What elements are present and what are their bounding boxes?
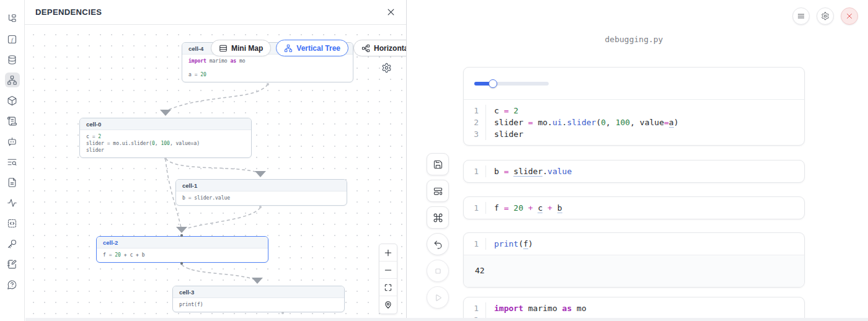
layout-toggle-button[interactable] <box>427 180 449 202</box>
shutdown-button[interactable] <box>841 7 858 25</box>
notebook-cell: 123c = 2slider = mo.ui.slider(0, 100, va… <box>463 67 805 146</box>
graph-node-code: print(f) <box>173 298 344 312</box>
sidebar-item-scratchpad[interactable] <box>5 257 20 271</box>
code-line: slider <box>86 147 245 154</box>
command-icon <box>433 213 443 223</box>
notebook-filename: debugging.py <box>463 35 805 44</box>
activity-icon <box>7 198 17 208</box>
code-editor[interactable]: 1f = 20 + c + b <box>464 197 804 219</box>
dependency-graph-icon <box>7 75 17 86</box>
dependencies-title: DEPENDENCIES <box>35 7 102 17</box>
button-label: Horizontal Tree <box>374 44 406 53</box>
menu-icon <box>797 12 805 20</box>
line-number: 1 <box>464 165 479 177</box>
close-icon <box>386 7 396 17</box>
code-line: a = 20 <box>188 71 347 78</box>
graph-node-cell-1[interactable]: cell-1b = slider.value <box>175 179 347 206</box>
code-line: slider = mo.ui.slider(0, 100, value=a) <box>86 140 245 147</box>
sidebar-item-table-of-contents[interactable] <box>5 154 20 169</box>
chat-bot-icon <box>7 136 17 147</box>
list-search-icon <box>7 157 17 167</box>
run-button[interactable] <box>427 286 449 309</box>
sidebar-item-ai-chat[interactable] <box>5 134 20 149</box>
notebook-settings-button[interactable] <box>817 7 834 25</box>
sidebar-item-documentation[interactable] <box>5 175 20 190</box>
line-number-gutter: 123 <box>464 105 486 140</box>
line-number: 1 <box>464 105 479 117</box>
code-lines: print(f) <box>486 238 533 250</box>
code-line: c = 2 <box>86 133 245 140</box>
notebook-cell: 1b = slider.value <box>463 160 805 183</box>
sidebar-item-file-tree[interactable] <box>5 11 20 26</box>
document-icon <box>7 177 17 188</box>
code-line: slider = mo.ui.slider(0, 100, value=a) <box>494 117 678 128</box>
line-number: 2 <box>464 117 479 128</box>
gear-icon <box>381 63 392 73</box>
code-line: b = slider.value <box>182 195 340 201</box>
top-right-controls <box>792 7 858 25</box>
command-palette-button[interactable] <box>427 206 449 229</box>
undo-button[interactable] <box>427 233 449 255</box>
sidebar-item-logs[interactable] <box>5 113 20 128</box>
code-line: print(f) <box>494 238 533 250</box>
stop-button[interactable] <box>427 260 449 282</box>
code-line: import marimo as mo <box>494 302 587 314</box>
slider-widget[interactable] <box>474 79 549 88</box>
fit-view-icon <box>384 283 392 292</box>
graph-node-code: b = slider.value <box>176 191 347 205</box>
graph-node-title: cell-1 <box>176 180 347 191</box>
horizontal-tree-button[interactable]: Horizontal Tree <box>353 40 406 56</box>
code-line <box>188 64 347 71</box>
code-line: b = slider.value <box>494 165 572 177</box>
horizontal-scrollbar[interactable] <box>25 318 868 321</box>
help-bubble-icon <box>7 279 17 290</box>
fit-view-button[interactable] <box>379 279 397 296</box>
sidebar-item-packages[interactable] <box>5 93 20 108</box>
line-number: 3 <box>464 128 479 140</box>
rows-icon <box>219 44 228 53</box>
code-line: import marimo as mo <box>188 58 347 64</box>
code-lines: c = 2slider = mo.ui.slider(0, 100, value… <box>486 105 678 140</box>
code-lines: b = slider.value <box>486 165 572 177</box>
graph-node-code: c = 2slider = mo.ui.slider(0, 100, value… <box>80 130 251 157</box>
sidebar-item-snippets[interactable] <box>5 216 20 231</box>
notebook-cell: 1print(f)42 <box>463 232 805 288</box>
locate-node-button[interactable] <box>379 296 397 314</box>
dependency-graph-canvas[interactable]: cell-4import marimo as mo a = 20cell-0c … <box>25 25 406 321</box>
file-tree-icon <box>7 14 17 24</box>
sidebar-item-secrets[interactable] <box>5 236 20 251</box>
scroll-icon <box>7 116 17 126</box>
graph-node-cell-2[interactable]: cell-2f = 20 + c + b <box>96 236 268 263</box>
layout-icon <box>433 186 443 196</box>
button-label: Vertical Tree <box>296 44 340 53</box>
graph-node-cell-3[interactable]: cell-3print(f) <box>172 286 345 312</box>
output-text: 42 <box>475 266 793 275</box>
sidebar-item-functions[interactable]: f <box>5 32 20 46</box>
close-panel-button[interactable] <box>386 7 396 17</box>
code-editor[interactable]: 1print(f) <box>464 233 804 255</box>
vertical-tree-button[interactable]: Vertical Tree <box>276 40 348 56</box>
code-editor[interactable]: 123c = 2slider = mo.ui.slider(0, 100, va… <box>464 100 804 145</box>
zoom-out-button[interactable] <box>379 262 397 279</box>
code-line: f = 20 + c + b <box>103 252 262 258</box>
package-icon <box>7 95 17 106</box>
vertical-tree-icon <box>284 44 293 53</box>
icon-sidebar: f <box>0 0 25 321</box>
graph-node-cell-0[interactable]: cell-0c = 2slider = mo.ui.slider(0, 100,… <box>79 118 252 158</box>
notebook-cell: 1f = 20 + c + b <box>463 196 805 219</box>
graph-node-title: cell-3 <box>173 286 344 298</box>
code-editor[interactable]: 1b = slider.value <box>464 160 804 182</box>
sidebar-item-tracing[interactable] <box>5 195 20 210</box>
slider-handle[interactable] <box>489 79 497 88</box>
graph-node-title: cell-0 <box>80 118 251 130</box>
zoom-in-button[interactable] <box>379 244 397 262</box>
minimap-button[interactable]: Mini Map <box>211 40 271 56</box>
line-number-gutter: 1 <box>464 202 486 214</box>
notebook-menu-button[interactable] <box>792 7 810 25</box>
graph-settings-button[interactable] <box>381 63 392 76</box>
line-number: 1 <box>464 202 479 214</box>
sidebar-item-dependency-graph[interactable] <box>5 73 20 87</box>
save-button[interactable] <box>427 153 449 175</box>
sidebar-item-help[interactable] <box>5 277 20 292</box>
sidebar-item-datasources[interactable] <box>5 52 20 67</box>
